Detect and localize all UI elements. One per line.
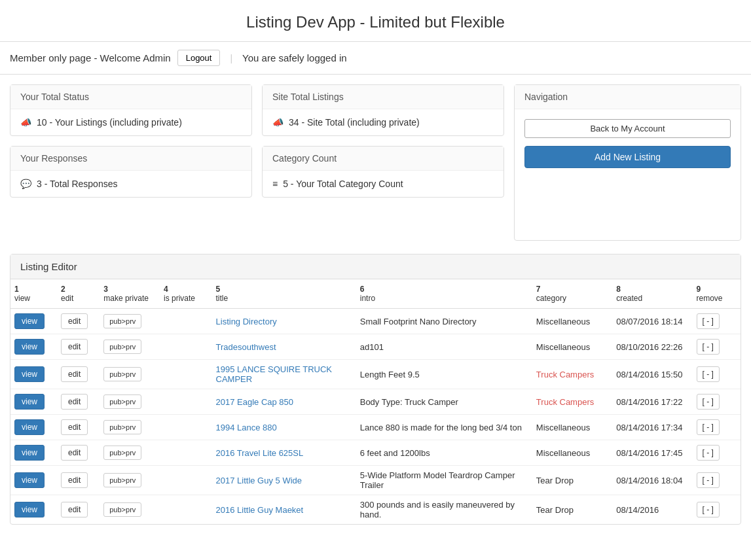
site-total-value: 34 - Site Total (including private)	[289, 117, 420, 128]
table-row: vieweditpub>prv1995 LANCE SQUIRE TRUCK C…	[10, 360, 741, 389]
view-button[interactable]: view	[14, 419, 45, 435]
edit-button[interactable]: edit	[61, 394, 88, 410]
created-cell: 08/14/2016	[612, 495, 692, 525]
created-cell: 08/14/2016 15:50	[612, 360, 692, 389]
category-count-stat: ≡ 5 - Your Total Category Count	[272, 179, 494, 189]
intro-cell: ad101	[356, 334, 532, 360]
edit-button[interactable]: edit	[61, 472, 88, 488]
title-link[interactable]: Tradesouthwest	[216, 342, 276, 352]
view-button[interactable]: view	[14, 472, 45, 488]
your-listings-stat: 📣 10 - Your Listings (including private)	[20, 117, 242, 128]
pub-prv-button[interactable]: pub>prv	[103, 340, 141, 354]
created-cell: 08/14/2016 17:45	[612, 440, 692, 466]
category-link[interactable]: Truck Campers	[536, 397, 594, 407]
listing-editor: Listing Editor 1view 2edit 3make private…	[10, 254, 741, 525]
view-button[interactable]: view	[14, 445, 45, 461]
listing-table: 1view 2edit 3make private 4is private 5t…	[10, 279, 741, 524]
remove-button[interactable]: [ - ]	[697, 339, 720, 355]
col-view-header: 1view	[10, 279, 57, 309]
remove-button[interactable]: [ - ]	[697, 394, 720, 410]
total-status-header: Your Total Status	[10, 85, 251, 109]
megaphone-icon: 📣	[20, 117, 31, 128]
view-button[interactable]: view	[14, 394, 45, 410]
table-row: vieweditpub>prvTradesouthwestad101Miscel…	[10, 334, 741, 360]
col-make-private-header: 3make private	[100, 279, 160, 309]
edit-button[interactable]: edit	[61, 313, 88, 329]
remove-button[interactable]: [ - ]	[697, 472, 720, 488]
edit-button[interactable]: edit	[61, 419, 88, 435]
category-cell: Tear Drop	[532, 495, 612, 525]
col-category-header: 7category	[532, 279, 612, 309]
view-button[interactable]: view	[14, 366, 45, 382]
category-cell: Tear Drop	[532, 466, 612, 495]
edit-button[interactable]: edit	[61, 339, 88, 355]
edit-button[interactable]: edit	[61, 445, 88, 461]
pub-prv-button[interactable]: pub>prv	[103, 314, 141, 328]
remove-button[interactable]: [ - ]	[697, 502, 720, 517]
title-link[interactable]: 1994 Lance 880	[216, 423, 277, 432]
pub-prv-button[interactable]: pub>prv	[103, 394, 141, 409]
page-title: Listing Dev App - Limited but Flexible	[0, 13, 751, 31]
col-edit-header: 2edit	[57, 279, 100, 309]
table-row: vieweditpub>prv2016 Travel Lite 625SL6 f…	[10, 440, 741, 466]
pub-prv-button[interactable]: pub>prv	[103, 473, 141, 487]
view-button[interactable]: view	[14, 339, 45, 355]
list-icon: ≡	[272, 179, 278, 189]
total-status-card: Your Total Status 📣 10 - Your Listings (…	[10, 84, 252, 136]
remove-button[interactable]: [ - ]	[697, 313, 720, 329]
total-status-body: 📣 10 - Your Listings (including private)	[10, 109, 251, 135]
left-column: Your Total Status 📣 10 - Your Listings (…	[10, 84, 252, 241]
pub-prv-button[interactable]: pub>prv	[103, 446, 141, 460]
back-to-account-button[interactable]: Back to My Account	[524, 119, 731, 138]
is-private-cell	[160, 495, 212, 525]
created-cell: 08/14/2016 17:22	[612, 389, 692, 415]
title-link[interactable]: 2016 Travel Lite 625SL	[216, 448, 304, 458]
remove-button[interactable]: [ - ]	[697, 366, 720, 382]
intro-cell: Lance 880 is made for the long bed 3/4 t…	[356, 415, 532, 440]
responses-body: 💬 3 - Total Responses	[10, 171, 251, 197]
pub-prv-button[interactable]: pub>prv	[103, 367, 141, 381]
edit-button[interactable]: edit	[61, 502, 88, 517]
is-private-cell	[160, 466, 212, 495]
table-row: vieweditpub>prv2017 Eagle Cap 850Body Ty…	[10, 389, 741, 415]
title-link[interactable]: 2017 Eagle Cap 850	[216, 397, 294, 407]
site-total-body: 📣 34 - Site Total (including private)	[263, 109, 504, 135]
title-link[interactable]: Listing Directory	[216, 317, 277, 326]
col-created-header: 8created	[612, 279, 692, 309]
table-row: vieweditpub>prv2016 Little Guy Maeket300…	[10, 495, 741, 525]
table-row: vieweditpub>prv2017 Little Guy 5 Wide5-W…	[10, 466, 741, 495]
site-total-stat: 📣 34 - Site Total (including private)	[272, 117, 494, 128]
col-is-private-header: 4is private	[160, 279, 212, 309]
category-cell: Miscellaneous	[532, 440, 612, 466]
right-column: Navigation Back to My Account Add New Li…	[514, 84, 741, 241]
intro-cell: Length Feet 9.5	[356, 360, 532, 389]
is-private-cell	[160, 334, 212, 360]
title-link[interactable]: 2016 Little Guy Maeket	[216, 505, 304, 515]
navigation-body: Back to My Account Add New Listing	[515, 109, 741, 240]
welcome-text: Member only page - Welcome Admin	[10, 52, 171, 63]
intro-cell: 5-Wide Platform Model Teardrop Camper Tr…	[356, 466, 532, 495]
intro-cell: 300 pounds and is easily maneuvered by h…	[356, 495, 532, 525]
page-header: Listing Dev App - Limited but Flexible	[0, 0, 751, 42]
add-new-listing-button[interactable]: Add New Listing	[524, 146, 731, 168]
category-link[interactable]: Truck Campers	[536, 370, 594, 379]
pub-prv-button[interactable]: pub>prv	[103, 502, 141, 517]
remove-button[interactable]: [ - ]	[697, 419, 720, 435]
category-cell: Miscellaneous	[532, 334, 612, 360]
col-intro-header: 6intro	[356, 279, 532, 309]
remove-button[interactable]: [ - ]	[697, 445, 720, 461]
navigation-card: Navigation Back to My Account Add New Li…	[514, 84, 741, 241]
edit-button[interactable]: edit	[61, 366, 88, 382]
category-cell: Miscellaneous	[532, 309, 612, 334]
logout-button[interactable]: Logout	[177, 50, 221, 66]
top-bar: Member only page - Welcome Admin Logout …	[0, 42, 751, 75]
created-cell: 08/14/2016 17:34	[612, 415, 692, 440]
view-button[interactable]: view	[14, 313, 45, 329]
responses-card: Your Responses 💬 3 - Total Responses	[10, 146, 252, 198]
category-count-value: 5 - Your Total Category Count	[283, 179, 403, 189]
pub-prv-button[interactable]: pub>prv	[103, 420, 141, 434]
title-link[interactable]: 1995 LANCE SQUIRE TRUCK CAMPER	[216, 364, 333, 384]
middle-column: Site Total Listings 📣 34 - Site Total (i…	[262, 84, 504, 241]
title-link[interactable]: 2017 Little Guy 5 Wide	[216, 476, 302, 485]
view-button[interactable]: view	[14, 502, 45, 517]
